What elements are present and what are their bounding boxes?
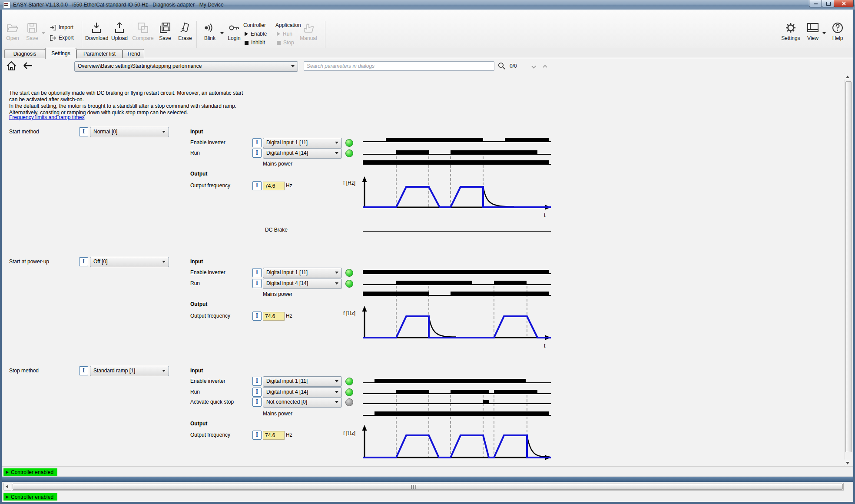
dropdown-arrow-icon	[335, 282, 338, 285]
arrow-left-icon	[6, 485, 8, 488]
back-arrow-icon[interactable]	[23, 62, 33, 70]
grip-icon	[413, 485, 414, 489]
horizontal-scrollbar[interactable]	[12, 483, 844, 491]
timing-diagram-start-method	[363, 135, 551, 237]
time-axis-label: t	[544, 343, 545, 349]
scroll-left-button[interactable]	[3, 483, 11, 491]
vertical-scrollbar[interactable]	[845, 73, 852, 466]
blink-button[interactable]: Blink	[201, 21, 219, 47]
vertical-scroll-thumb[interactable]	[845, 81, 852, 452]
run-select[interactable]: Digital input 4 [14]	[263, 387, 342, 398]
compare-button[interactable]: Compare	[131, 21, 155, 47]
output-heading: Output	[190, 299, 207, 309]
info-button[interactable]: I	[252, 181, 262, 190]
chevron-down-icon[interactable]	[532, 63, 536, 67]
controller-inhibit-button[interactable]: Inhibit	[245, 39, 265, 46]
close-button[interactable]	[834, 0, 854, 7]
info-button[interactable]: I	[79, 127, 88, 136]
activate-quick-stop-select[interactable]: Not connected [0]	[263, 397, 342, 408]
group-separator	[325, 21, 325, 49]
blink-signal-icon	[204, 22, 216, 34]
info-button[interactable]: I	[252, 279, 262, 288]
blink-dropdown-icon[interactable]	[220, 32, 224, 34]
info-button[interactable]: I	[252, 431, 262, 440]
enable-inverter-label: Enable inverter	[190, 268, 225, 277]
info-button[interactable]: I	[252, 377, 262, 386]
enable-inverter-label: Enable inverter	[190, 138, 225, 147]
app-icon	[3, 2, 10, 8]
stop-method-select[interactable]: Standard ramp [1]	[90, 366, 169, 376]
manual-button[interactable]: Manual	[297, 21, 320, 47]
breadcrumb-dropdown[interactable]: Overview\Basic setting\Starting/stopping…	[74, 61, 298, 72]
info-button[interactable]: I	[252, 398, 262, 407]
frequency-unit: Hz	[286, 181, 292, 190]
open-button[interactable]: Open	[3, 21, 23, 47]
enable-inverter-label: Enable inverter	[190, 376, 225, 386]
import-button[interactable]: Import	[50, 23, 73, 31]
info-button[interactable]: I	[252, 268, 262, 277]
search-input[interactable]	[304, 61, 494, 71]
enable-inverter-select[interactable]: Digital input 1 [11]	[263, 268, 342, 278]
axis-label-fhz: f [Hz]	[343, 310, 355, 316]
view-button[interactable]: View	[804, 21, 822, 47]
minimize-button[interactable]	[809, 0, 822, 7]
info-button[interactable]: I	[79, 366, 88, 375]
horizontal-scroll-thumb[interactable]	[13, 484, 843, 490]
controller-caption: Controller	[243, 22, 266, 28]
frequency-limits-link[interactable]: Frequency limits and ramp times	[9, 114, 84, 120]
import-icon	[50, 24, 57, 31]
enable-inverter-select[interactable]: Digital input 1 [11]	[263, 376, 342, 387]
help-button[interactable]: Help	[828, 21, 847, 47]
save-file-button[interactable]: Save	[23, 21, 41, 47]
run-select[interactable]: Digital input 4 [14]	[263, 279, 342, 289]
key-icon	[228, 22, 240, 34]
input-heading: Input	[190, 366, 203, 375]
upload-button[interactable]: Upload	[109, 21, 129, 47]
controller-enable-button[interactable]: Enable	[245, 30, 267, 37]
start-method-select[interactable]: Normal [0]	[90, 127, 169, 137]
start-at-powerup-select[interactable]: Off [0]	[90, 257, 169, 267]
scroll-down-button[interactable]	[845, 459, 851, 466]
maximize-button[interactable]	[822, 0, 835, 7]
help-icon	[832, 22, 844, 34]
home-icon[interactable]	[6, 61, 17, 71]
save-application-button[interactable]: Save	[156, 21, 174, 47]
save-dropdown-icon[interactable]	[42, 32, 45, 34]
tab-parameter-list[interactable]: Parameter list	[76, 49, 123, 58]
frequency-unit: Hz	[286, 430, 292, 440]
navigation-bar: Overview\Basic setting\Starting/stopping…	[0, 58, 855, 73]
application-stop-button[interactable]: Stop	[277, 39, 294, 46]
settings-button[interactable]: Settings	[779, 21, 802, 47]
dropdown-arrow-icon	[335, 380, 338, 382]
view-dropdown-icon[interactable]	[822, 32, 826, 34]
mains-power-label: Mains power	[263, 159, 292, 169]
info-button[interactable]: I	[252, 312, 262, 321]
export-button[interactable]: Export	[50, 34, 74, 42]
search-icon[interactable]	[498, 62, 506, 70]
info-button[interactable]: I	[252, 388, 262, 397]
enable-inverter-select[interactable]: Digital input 1 [11]	[263, 138, 342, 148]
output-frequency-label: Output frequency	[190, 311, 230, 321]
application-run-button[interactable]: Run	[277, 30, 292, 37]
tab-settings[interactable]: Settings	[45, 48, 76, 59]
app-window: EASY Starter V1.13.0.0 - i550 EtherCat s…	[0, 0, 855, 504]
run-label: Run	[190, 387, 200, 397]
input-heading: Input	[190, 127, 203, 136]
info-button[interactable]: I	[252, 149, 262, 158]
window-frame-left	[0, 10, 2, 504]
login-button[interactable]: Login	[225, 21, 243, 47]
axis-label-fhz: f [Hz]	[343, 180, 355, 186]
maximize-icon	[826, 2, 831, 6]
scroll-up-button[interactable]	[845, 73, 851, 80]
stop-method-label: Stop method	[9, 366, 39, 375]
info-button[interactable]: I	[79, 257, 88, 266]
info-button[interactable]: I	[252, 138, 262, 147]
chevron-up-icon[interactable]	[543, 63, 547, 67]
tab-diagnosis[interactable]: Diagnosis	[4, 49, 45, 58]
output-frequency-value: 74.6	[263, 431, 285, 440]
tab-trend[interactable]: Trend	[123, 49, 144, 58]
status-led-green	[345, 388, 353, 396]
erase-button[interactable]: Erase	[176, 21, 195, 47]
run-select[interactable]: Digital input 4 [14]	[263, 148, 342, 159]
download-button[interactable]: Download	[85, 21, 108, 47]
